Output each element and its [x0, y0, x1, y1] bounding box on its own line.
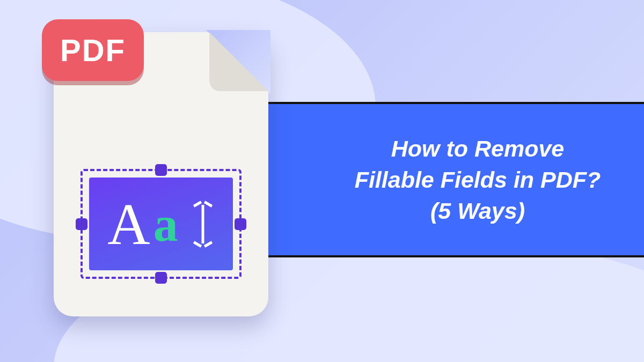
title-line-1: How to Remove	[391, 136, 565, 161]
title-banner: How to Remove Fillable Fields in PDF? (5…	[258, 102, 644, 257]
title-line-2: Fillable Fields in PDF?	[355, 167, 601, 193]
selection-handle-left	[76, 218, 87, 230]
pdf-badge-label: PDF	[60, 32, 126, 68]
pdf-badge: PDF	[42, 19, 144, 81]
title-text: How to Remove Fillable Fields in PDF? (5…	[355, 133, 601, 226]
text-cursor-icon	[191, 197, 215, 251]
selection-handle-top	[155, 164, 167, 176]
selection-handle-bottom	[155, 272, 167, 284]
fillable-field-selection: A a	[80, 169, 241, 279]
document-icon: PDF A a	[54, 32, 268, 316]
fillable-field-fill: A a	[89, 178, 233, 270]
title-line-3: (5 Ways)	[430, 198, 525, 224]
glyph-lowercase-a: a	[153, 200, 178, 249]
selection-handle-right	[235, 218, 246, 230]
glyph-uppercase-a: A	[107, 195, 150, 254]
